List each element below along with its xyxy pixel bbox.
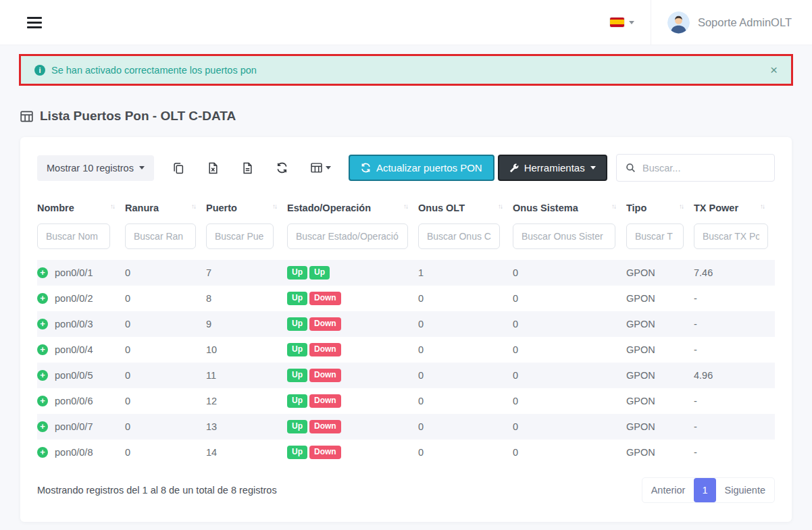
records-info: Mostrando registros del 1 al 8 de un tot… <box>37 485 277 496</box>
column-header[interactable]: Onus Sistema↑↓ <box>513 191 626 222</box>
column-filter-input[interactable] <box>626 223 684 249</box>
column-filter-input[interactable] <box>418 223 500 249</box>
column-header-label: TX Power <box>694 203 738 213</box>
ranura-cell: 0 <box>125 388 206 414</box>
ranura-cell: 0 <box>125 337 206 363</box>
table-toolbar: Mostrar 10 registros <box>37 154 775 182</box>
top-navbar: Soporte AdminOLT <box>0 0 812 45</box>
tipo-cell: GPON <box>626 286 694 311</box>
page-title-text: Lista Puertos Pon - OLT C-DATA <box>40 109 236 124</box>
user-menu[interactable]: Soporte AdminOLT <box>651 0 792 45</box>
alert-close-button[interactable]: × <box>770 63 778 76</box>
search-input[interactable] <box>642 163 765 174</box>
status-badge: Down <box>309 446 341 459</box>
nombre-cell: +pon0/0/7 <box>37 414 125 440</box>
export-file-icon[interactable] <box>242 162 253 174</box>
filter-cell <box>37 222 125 260</box>
puerto-cell: 12 <box>206 388 287 414</box>
tx-power-cell: 4.96 <box>694 363 775 388</box>
status-badge: Up <box>287 317 307 331</box>
status-badge: Up <box>287 394 307 408</box>
pon-ports-card: Mostrar 10 registros <box>20 137 792 522</box>
column-filter-input[interactable] <box>694 223 768 249</box>
puerto-cell: 10 <box>206 337 287 363</box>
column-filter-input[interactable] <box>287 223 408 249</box>
copy-icon[interactable] <box>173 162 184 174</box>
onus-olt-cell: 0 <box>418 388 513 414</box>
estado-operacion-cell: UpDown <box>287 363 418 388</box>
onus-olt-cell: 0 <box>418 440 513 465</box>
filter-cell <box>125 222 206 260</box>
sort-icon: ↑↓ <box>760 203 764 210</box>
status-badge: Up <box>287 266 307 280</box>
table-row: +pon0/0/8014UpDown00GPON- <box>37 440 775 465</box>
pagination-prev-button[interactable]: Anterior <box>642 478 694 502</box>
language-dropdown[interactable] <box>594 0 651 45</box>
column-filter-input[interactable] <box>37 223 110 249</box>
column-visibility-icon[interactable] <box>311 162 331 174</box>
expand-row-icon[interactable]: + <box>37 370 48 381</box>
pagination-next-button[interactable]: Siguiente <box>716 478 774 502</box>
onus-sistema-cell: 0 <box>513 337 626 363</box>
pon-ports-table: Nombre↑↓Ranura↑↓Puerto↑↓Estado/Operación… <box>37 191 775 465</box>
port-name: pon0/0/2 <box>55 293 93 304</box>
puerto-cell: 11 <box>206 363 287 388</box>
chevron-down-icon <box>629 21 634 24</box>
refresh-icon[interactable] <box>276 162 288 174</box>
nombre-cell: +pon0/0/6 <box>37 388 125 414</box>
tx-power-cell: - <box>694 440 775 465</box>
column-header[interactable]: Ranura↑↓ <box>125 191 206 222</box>
estado-operacion-cell: UpDown <box>287 337 418 363</box>
table-footer: Mostrando registros del 1 al 8 de un tot… <box>37 477 775 503</box>
column-filter-input[interactable] <box>125 223 196 249</box>
onus-sistema-cell: 0 <box>513 260 626 286</box>
ranura-cell: 0 <box>125 286 206 311</box>
export-excel-icon[interactable] <box>207 162 219 174</box>
table-row: +pon0/0/4010UpDown00GPON- <box>37 337 775 363</box>
table-row: +pon0/0/6012UpDown00GPON- <box>37 388 775 414</box>
tx-power-cell: - <box>694 286 775 311</box>
onus-sistema-cell: 0 <box>513 388 626 414</box>
user-name: Soporte AdminOLT <box>698 16 792 29</box>
expand-row-icon[interactable]: + <box>37 396 48 406</box>
tools-dropdown-button[interactable]: Herramientas <box>498 155 607 181</box>
refresh-pon-ports-button[interactable]: Actualizar puertos PON <box>349 155 494 181</box>
expand-row-icon[interactable]: + <box>37 267 48 278</box>
expand-row-icon[interactable]: + <box>37 447 48 458</box>
table-header-row: Nombre↑↓Ranura↑↓Puerto↑↓Estado/Operación… <box>37 191 775 222</box>
column-header[interactable]: Puerto↑↓ <box>206 191 287 222</box>
tipo-cell: GPON <box>626 440 694 465</box>
ranura-cell: 0 <box>125 440 206 465</box>
estado-operacion-cell: UpDown <box>287 388 418 414</box>
column-header-label: Ranura <box>125 203 159 213</box>
column-header[interactable]: Onus OLT↑↓ <box>418 191 513 222</box>
expand-row-icon[interactable]: + <box>37 421 48 432</box>
show-records-dropdown[interactable]: Mostrar 10 registros <box>37 155 154 181</box>
nombre-cell: +pon0/0/1 <box>37 260 125 286</box>
sort-icon: ↑↓ <box>611 203 615 210</box>
expand-row-icon[interactable]: + <box>37 293 48 304</box>
onus-sistema-cell: 0 <box>513 363 626 388</box>
menu-toggle-icon[interactable] <box>27 17 42 28</box>
column-header[interactable]: Nombre↑↓ <box>37 191 125 222</box>
onus-olt-cell: 0 <box>418 414 513 440</box>
column-header[interactable]: Estado/Operación↑↓ <box>287 191 418 222</box>
expand-row-icon[interactable]: + <box>37 319 48 329</box>
tx-power-cell: - <box>694 388 775 414</box>
column-header[interactable]: TX Power↑↓ <box>694 191 775 222</box>
puerto-cell: 7 <box>206 260 287 286</box>
ranura-cell: 0 <box>125 363 206 388</box>
column-filter-input[interactable] <box>513 223 615 249</box>
pagination-page-1[interactable]: 1 <box>694 478 715 502</box>
tipo-cell: GPON <box>626 363 694 388</box>
column-header-label: Puerto <box>206 203 237 213</box>
expand-row-icon[interactable]: + <box>37 344 48 355</box>
status-badge: Up <box>287 343 307 356</box>
estado-operacion-cell: UpUp <box>287 260 418 286</box>
table-row: +pon0/0/107UpUp10GPON7.46 <box>37 260 775 286</box>
column-filter-input[interactable] <box>206 223 274 249</box>
search-box <box>616 154 775 182</box>
table-row: +pon0/0/7013UpDown00GPON- <box>37 414 775 440</box>
status-badge: Down <box>309 394 341 408</box>
column-header[interactable]: Tipo↑↓ <box>626 191 694 222</box>
